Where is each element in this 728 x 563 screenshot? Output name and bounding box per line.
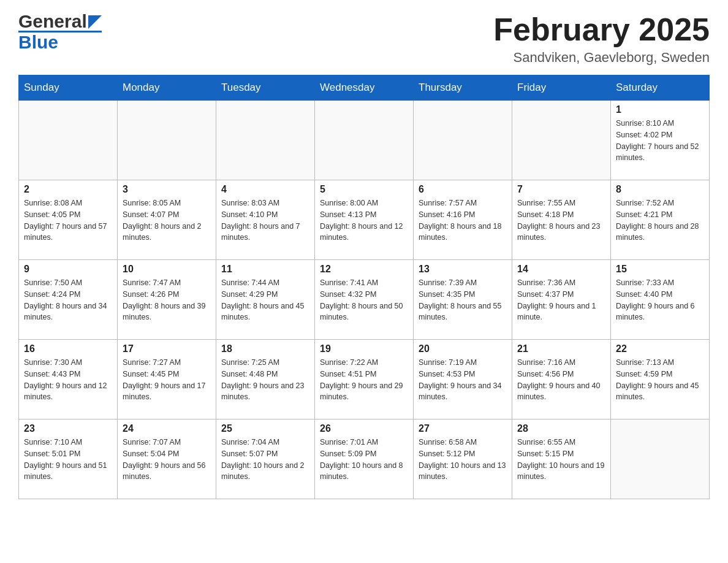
calendar-day-cell: 5Sunrise: 8:00 AMSunset: 4:13 PMDaylight… [315,180,414,260]
calendar-week-row: 23Sunrise: 7:10 AMSunset: 5:01 PMDayligh… [19,419,710,499]
calendar-day-cell: 6Sunrise: 7:57 AMSunset: 4:16 PMDaylight… [414,180,512,260]
day-number: 3 [123,184,211,195]
calendar-day-cell [315,101,414,180]
logo-row1: General [18,12,102,31]
calendar-day-cell [414,101,512,180]
calendar-day-cell: 22Sunrise: 7:13 AMSunset: 4:59 PMDayligh… [611,340,710,419]
logo-general-text: General [18,12,87,31]
day-info: Sunrise: 7:27 AMSunset: 4:45 PMDaylight:… [123,357,211,403]
calendar-day-cell [216,101,315,180]
day-info: Sunrise: 8:08 AMSunset: 4:05 PMDaylight:… [24,197,112,243]
calendar-day-cell: 17Sunrise: 7:27 AMSunset: 4:45 PMDayligh… [118,340,216,419]
calendar-day-cell: 1Sunrise: 8:10 AMSunset: 4:02 PMDaylight… [611,101,710,180]
day-info: Sunrise: 8:05 AMSunset: 4:07 PMDaylight:… [123,197,211,243]
day-of-week-header: Sunday [19,75,118,101]
day-info: Sunrise: 8:00 AMSunset: 4:13 PMDaylight:… [320,197,408,243]
calendar-day-cell: 28Sunrise: 6:55 AMSunset: 5:15 PMDayligh… [512,419,611,499]
calendar-week-row: 2Sunrise: 8:08 AMSunset: 4:05 PMDaylight… [19,180,710,260]
day-number: 6 [419,184,507,195]
day-info: Sunrise: 7:52 AMSunset: 4:21 PMDaylight:… [616,197,704,243]
day-number: 24 [123,423,211,434]
calendar-day-cell: 24Sunrise: 7:07 AMSunset: 5:04 PMDayligh… [118,419,216,499]
calendar-day-cell: 26Sunrise: 7:01 AMSunset: 5:09 PMDayligh… [315,419,414,499]
svg-marker-0 [88,15,102,29]
day-number: 22 [616,343,704,354]
day-number: 4 [221,184,309,195]
calendar-day-cell: 7Sunrise: 7:55 AMSunset: 4:18 PMDaylight… [512,180,611,260]
calendar-day-cell: 13Sunrise: 7:39 AMSunset: 4:35 PMDayligh… [414,260,512,340]
day-number: 11 [221,264,309,275]
calendar-day-cell [19,101,118,180]
calendar-day-cell: 2Sunrise: 8:08 AMSunset: 4:05 PMDaylight… [19,180,118,260]
day-of-week-header: Wednesday [315,75,414,101]
day-info: Sunrise: 7:55 AMSunset: 4:18 PMDaylight:… [517,197,605,243]
day-number: 18 [221,343,309,354]
page: General Blue February 2025 Sandviken, Ga… [0,0,728,511]
day-info: Sunrise: 7:25 AMSunset: 4:48 PMDaylight:… [221,357,309,403]
day-number: 19 [320,343,408,354]
calendar-day-cell: 18Sunrise: 7:25 AMSunset: 4:48 PMDayligh… [216,340,315,419]
day-info: Sunrise: 7:10 AMSunset: 5:01 PMDaylight:… [24,437,112,483]
day-number: 2 [24,184,112,195]
day-info: Sunrise: 7:19 AMSunset: 4:53 PMDaylight:… [419,357,507,403]
calendar-day-cell: 19Sunrise: 7:22 AMSunset: 4:51 PMDayligh… [315,340,414,419]
day-info: Sunrise: 7:44 AMSunset: 4:29 PMDaylight:… [221,277,309,323]
day-info: Sunrise: 7:30 AMSunset: 4:43 PMDaylight:… [24,357,112,403]
month-title: February 2025 [493,12,710,47]
day-info: Sunrise: 7:41 AMSunset: 4:32 PMDaylight:… [320,277,408,323]
location: Sandviken, Gaevleborg, Sweden [493,50,710,66]
day-info: Sunrise: 7:36 AMSunset: 4:37 PMDaylight:… [517,277,605,323]
day-info: Sunrise: 7:33 AMSunset: 4:40 PMDaylight:… [616,277,704,323]
calendar: SundayMondayTuesdayWednesdayThursdayFrid… [18,75,710,499]
day-info: Sunrise: 8:10 AMSunset: 4:02 PMDaylight:… [616,118,704,164]
day-number: 16 [24,343,112,354]
calendar-day-cell: 4Sunrise: 8:03 AMSunset: 4:10 PMDaylight… [216,180,315,260]
day-info: Sunrise: 8:03 AMSunset: 4:10 PMDaylight:… [221,197,309,243]
calendar-day-cell: 14Sunrise: 7:36 AMSunset: 4:37 PMDayligh… [512,260,611,340]
day-number: 28 [517,423,605,434]
calendar-day-cell: 15Sunrise: 7:33 AMSunset: 4:40 PMDayligh… [611,260,710,340]
logo-blue-text: Blue [18,31,102,52]
day-info: Sunrise: 7:57 AMSunset: 4:16 PMDaylight:… [419,197,507,243]
day-number: 15 [616,264,704,275]
day-number: 27 [419,423,507,434]
day-number: 9 [24,264,112,275]
day-of-week-header: Thursday [414,75,512,101]
calendar-week-row: 16Sunrise: 7:30 AMSunset: 4:43 PMDayligh… [19,340,710,419]
calendar-day-cell: 25Sunrise: 7:04 AMSunset: 5:07 PMDayligh… [216,419,315,499]
day-number: 10 [123,264,211,275]
title-block: February 2025 Sandviken, Gaevleborg, Swe… [493,12,710,66]
day-info: Sunrise: 7:39 AMSunset: 4:35 PMDaylight:… [419,277,507,323]
day-info: Sunrise: 7:16 AMSunset: 4:56 PMDaylight:… [517,357,605,403]
day-info: Sunrise: 7:50 AMSunset: 4:24 PMDaylight:… [24,277,112,323]
calendar-day-cell: 9Sunrise: 7:50 AMSunset: 4:24 PMDaylight… [19,260,118,340]
calendar-day-cell: 12Sunrise: 7:41 AMSunset: 4:32 PMDayligh… [315,260,414,340]
calendar-day-cell: 20Sunrise: 7:19 AMSunset: 4:53 PMDayligh… [414,340,512,419]
day-number: 25 [221,423,309,434]
day-info: Sunrise: 7:13 AMSunset: 4:59 PMDaylight:… [616,357,704,403]
day-number: 14 [517,264,605,275]
day-number: 20 [419,343,507,354]
day-number: 26 [320,423,408,434]
calendar-day-cell [118,101,216,180]
day-number: 5 [320,184,408,195]
calendar-day-cell: 8Sunrise: 7:52 AMSunset: 4:21 PMDaylight… [611,180,710,260]
logo: General Blue [18,12,102,52]
calendar-week-row: 1Sunrise: 8:10 AMSunset: 4:02 PMDaylight… [19,101,710,180]
day-number: 17 [123,343,211,354]
header: General Blue February 2025 Sandviken, Ga… [18,12,710,66]
calendar-day-cell: 10Sunrise: 7:47 AMSunset: 4:26 PMDayligh… [118,260,216,340]
calendar-day-cell: 3Sunrise: 8:05 AMSunset: 4:07 PMDaylight… [118,180,216,260]
day-info: Sunrise: 7:04 AMSunset: 5:07 PMDaylight:… [221,437,309,483]
day-of-week-header: Saturday [611,75,710,101]
day-of-week-header: Tuesday [216,75,315,101]
day-number: 21 [517,343,605,354]
logo-arrow-icon [88,15,102,29]
day-info: Sunrise: 6:58 AMSunset: 5:12 PMDaylight:… [419,437,507,483]
calendar-day-cell: 23Sunrise: 7:10 AMSunset: 5:01 PMDayligh… [19,419,118,499]
day-number: 8 [616,184,704,195]
calendar-day-cell: 11Sunrise: 7:44 AMSunset: 4:29 PMDayligh… [216,260,315,340]
day-info: Sunrise: 7:01 AMSunset: 5:09 PMDaylight:… [320,437,408,483]
calendar-day-cell [611,419,710,499]
day-info: Sunrise: 7:07 AMSunset: 5:04 PMDaylight:… [123,437,211,483]
